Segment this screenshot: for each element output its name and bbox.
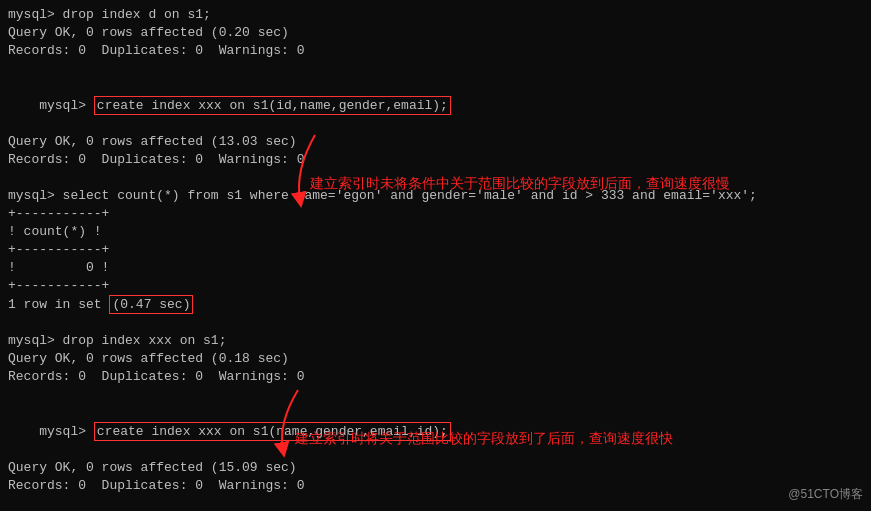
line-12: +-----------+: [8, 241, 863, 259]
terminal: mysql> drop index d on s1; Query OK, 0 r…: [0, 0, 871, 511]
cmd-box-1: create index xxx on s1(id,name,gender,em…: [94, 96, 451, 115]
line-9: mysql> select count(*) from s1 where nam…: [8, 187, 863, 205]
line-22: Query OK, 0 rows affected (15.09 sec): [8, 459, 863, 477]
time-box-1: (0.47 sec): [109, 295, 193, 314]
line-8: [8, 169, 863, 187]
line-18: Query OK, 0 rows affected (0.18 sec): [8, 350, 863, 368]
line-3: Records: 0 Duplicates: 0 Warnings: 0: [8, 42, 863, 60]
cmd-box-2: create index xxx on s1(name,gender,email…: [94, 422, 451, 441]
line-5: mysql> create index xxx on s1(id,name,ge…: [8, 78, 863, 133]
line-19: Records: 0 Duplicates: 0 Warnings: 0: [8, 368, 863, 386]
line-10: +-----------+: [8, 205, 863, 223]
line-16: [8, 314, 863, 332]
line-20: [8, 386, 863, 404]
watermark: @51CTO博客: [788, 486, 863, 503]
line-21: mysql> create index xxx on s1(name,gende…: [8, 404, 863, 459]
line-1: mysql> drop index d on s1;: [8, 6, 863, 24]
line-11: ! count(*) !: [8, 223, 863, 241]
line-15: 1 row in set (0.47 sec): [8, 295, 863, 314]
line-13: ! 0 !: [8, 259, 863, 277]
line-23: Records: 0 Duplicates: 0 Warnings: 0: [8, 477, 863, 495]
line-14: +-----------+: [8, 277, 863, 295]
line-6: Query OK, 0 rows affected (13.03 sec): [8, 133, 863, 151]
line-24: [8, 495, 863, 511]
line-7: Records: 0 Duplicates: 0 Warnings: 0: [8, 151, 863, 169]
line-2: Query OK, 0 rows affected (0.20 sec): [8, 24, 863, 42]
line-17: mysql> drop index xxx on s1;: [8, 332, 863, 350]
line-4: [8, 60, 863, 78]
